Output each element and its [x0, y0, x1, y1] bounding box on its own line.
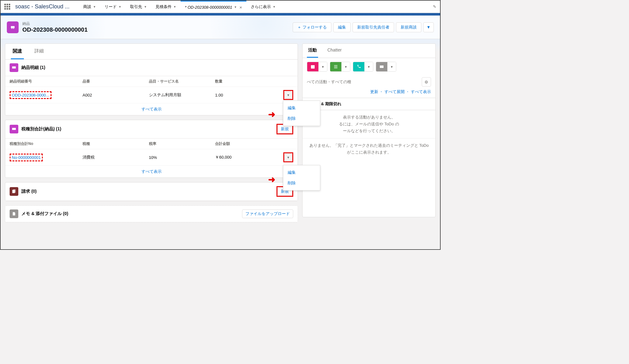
nav-record-tab[interactable]: * OD-202308-0000000001▼×: [181, 1, 246, 13]
files-title: メモ & 添付ファイル (0): [21, 211, 68, 217]
svg-rect-8: [311, 65, 315, 66]
tax-number-link[interactable]: No-0000000001: [10, 154, 43, 161]
svg-rect-4: [12, 128, 16, 130]
row-menu-button[interactable]: ▼: [285, 154, 292, 161]
activity-sublinks: 更新 ・ すべて展開 ・ すべて表示: [303, 88, 435, 98]
related-delivery-detail: 納品明細 (1) 納品明細番号 品番 品目・サービス名 数量 ODD-20230…: [5, 60, 298, 115]
chevron-down-icon[interactable]: ▼: [273, 5, 276, 8]
delivery-icon: [7, 21, 19, 33]
nav-more[interactable]: さらに表示▼: [246, 1, 280, 13]
more-actions-button[interactable]: ▼: [423, 22, 434, 32]
popup-delete[interactable]: 削除: [283, 113, 320, 124]
svg-rect-9: [380, 65, 384, 68]
invoice-icon: [10, 187, 18, 196]
main-card: 関連 詳細 納品明細 (1) 納品明細番号 品番 品目・サービス名 数量 ODD…: [5, 43, 298, 115]
col-qty: 数量: [215, 79, 281, 84]
decorative-border: [1, 13, 440, 16]
popup-edit[interactable]: 編集: [283, 103, 320, 113]
new-opportunity-button[interactable]: 新規商談: [396, 22, 421, 32]
svg-rect-6: [13, 189, 16, 193]
popup-delete[interactable]: 削除: [283, 178, 320, 188]
gear-icon[interactable]: ⚙: [422, 77, 431, 87]
cell-code: A002: [83, 93, 149, 97]
col-tax-no: 税種別合計No: [10, 141, 83, 146]
tax-new-button[interactable]: 新規: [277, 125, 292, 133]
no-activity-msg: 表示する活動がありません。 るには、メールの送信や ToDo の ールなどを行っ…: [303, 110, 435, 138]
invoice-title: 請求 (0): [21, 189, 37, 194]
col-tax-type: 税種: [83, 141, 149, 146]
chevron-down-icon[interactable]: ▼: [93, 5, 96, 8]
svg-rect-3: [12, 66, 16, 69]
object-label: 納品: [22, 21, 88, 26]
related-tax-total: 税種別合計(納品) (1) 新規 税種別合計No 税種 税率 合計金額 No-0…: [5, 120, 298, 178]
app-launcher-icon[interactable]: [4, 4, 10, 10]
nav-lead[interactable]: リード▼: [100, 1, 126, 13]
email-button[interactable]: ▼: [376, 62, 396, 72]
chevron-down-icon[interactable]: ▼: [234, 6, 237, 9]
cell-tax-type: 消費税: [83, 155, 149, 160]
table-row: No-0000000001 消費税 10% ￥60,000 ▼: [5, 149, 298, 165]
cell-tax-rate: 10%: [149, 155, 215, 160]
global-nav: soasc - SalesCloud ... 商談▼ リード▼ 取引先▼ 見積条…: [1, 1, 440, 13]
chevron-down-icon[interactable]: ▼: [364, 62, 373, 71]
edit-button[interactable]: 編集: [333, 22, 351, 32]
attachment-icon: [10, 209, 18, 218]
tab-detail[interactable]: 詳細: [33, 44, 46, 59]
cell-tax-amount: ￥60,000: [215, 155, 281, 160]
new-task-button[interactable]: ▼: [330, 62, 350, 72]
edit-nav-icon[interactable]: ✎: [433, 4, 436, 9]
related-files: メモ & 添付ファイル (0) ファイルをアップロード: [5, 205, 298, 222]
follow-button[interactable]: ＋フォローする: [293, 22, 331, 32]
record-header: 納品 OD-202308-0000000001 ＋フォローする 編集 新規取引先…: [1, 16, 440, 39]
detail-number-link[interactable]: ODD-202308-0000...: [10, 91, 52, 99]
filter-text: べての活動・すべての種: [307, 79, 351, 85]
expand-all-link[interactable]: すべて展開: [384, 89, 405, 94]
log-call-button[interactable]: ▼: [353, 62, 373, 72]
row-popup-menu: 編集 削除: [283, 101, 320, 126]
show-all-link[interactable]: すべて表示: [411, 89, 431, 94]
col-tax-amount: 合計金額: [215, 141, 281, 146]
no-past-msg: ありません。「完了」とマークされた過去のミーティングと ToDo がここに表示さ…: [303, 138, 435, 160]
nav-account[interactable]: 取引先▼: [126, 1, 151, 13]
refresh-link[interactable]: 更新: [370, 89, 378, 94]
upcoming-section[interactable]: ∨今後 & 期限切れ: [303, 98, 435, 110]
popup-edit[interactable]: 編集: [283, 167, 320, 178]
upload-button[interactable]: ファイルをアップロード: [242, 209, 293, 218]
col-item: 品目・サービス名: [149, 79, 215, 84]
nav-opportunity[interactable]: 商談▼: [79, 1, 100, 13]
close-icon[interactable]: ×: [239, 5, 242, 10]
tax-total-title: 税種別合計(納品) (1): [21, 126, 61, 132]
new-contact-button[interactable]: 新規取引先責任者: [353, 22, 394, 32]
tab-related[interactable]: 関連: [11, 44, 24, 59]
chevron-down-icon[interactable]: ▼: [173, 5, 176, 8]
record-actions: ＋フォローする 編集 新規取引先責任者 新規商談 ▼: [293, 22, 434, 32]
nav-tabs: 商談▼ リード▼ 取引先▼ 見積条件▼ * OD-202308-00000000…: [79, 1, 280, 13]
new-event-button[interactable]: ▼: [307, 62, 327, 72]
tab-chatter[interactable]: Chatter: [326, 44, 343, 58]
delivery-detail-icon: [10, 63, 18, 72]
col-number: 納品明細番号: [10, 79, 83, 84]
cell-item: システム利用月額: [149, 92, 215, 98]
chevron-down-icon[interactable]: ▼: [341, 62, 350, 71]
cell-qty: 1.00: [215, 93, 281, 97]
show-all-link[interactable]: すべて表示: [5, 165, 298, 178]
nav-quote[interactable]: 見積条件▼: [151, 1, 181, 13]
table-row: ODD-202308-0000... A002 システム利用月額 1.00 ▼: [5, 87, 298, 103]
activity-card: 活動 Chatter ▼ ▼ ▼ ▼ べての活動・すべての種 ⚙ 更新 ・ すべ…: [302, 43, 436, 217]
svg-point-1: [11, 28, 12, 29]
row-menu-button[interactable]: ▼: [285, 91, 292, 99]
main-tabs: 関連 詳細: [5, 44, 298, 60]
tax-icon: [10, 125, 18, 133]
svg-point-2: [13, 28, 14, 29]
show-all-link[interactable]: すべて表示: [5, 103, 298, 115]
arrow-annotation: ➜: [268, 174, 275, 185]
app-name: soasc - SalesCloud ...: [15, 3, 70, 10]
chevron-down-icon[interactable]: ▼: [318, 62, 327, 71]
related-invoice: 請求 (0) 新規: [5, 182, 298, 201]
chevron-down-icon[interactable]: ▼: [387, 62, 396, 71]
arrow-annotation: ➜: [268, 109, 275, 119]
tab-activity[interactable]: 活動: [307, 44, 318, 58]
chevron-down-icon[interactable]: ▼: [119, 5, 121, 8]
col-code: 品番: [83, 79, 149, 84]
chevron-down-icon[interactable]: ▼: [144, 5, 147, 8]
